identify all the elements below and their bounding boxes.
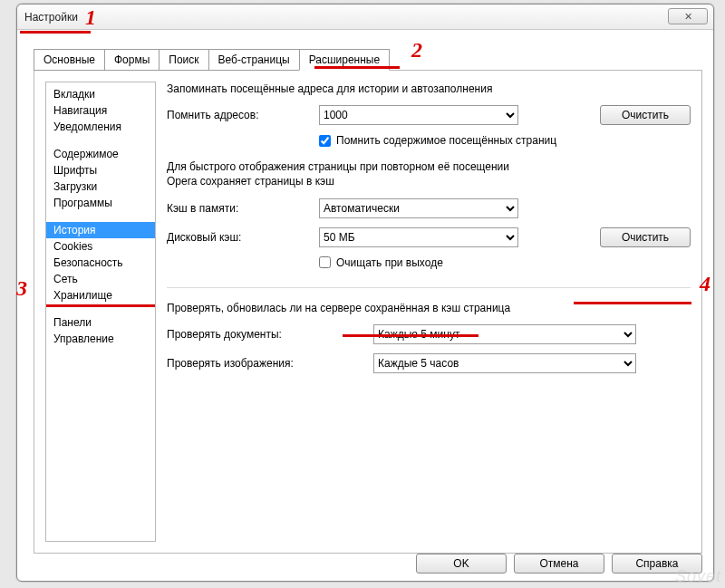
window-title: Настройки [24,11,78,24]
settings-window: Настройки ✕ ОсновныеФормыПоискВеб-страни… [16,4,714,582]
tab-Расширенные[interactable]: Расширенные [299,49,391,71]
tab-Поиск[interactable]: Поиск [159,49,208,71]
disk-cache-label: Дисковый кэш: [167,231,312,244]
sidebar-item-Хранилище[interactable]: Хранилище [46,287,155,304]
check-documents-label: Проверять документы: [167,328,366,341]
sidebar-separator [46,211,155,222]
intro-text: Запоминать посещённые адреса для истории… [167,82,691,96]
cache-explanation: Для быстрого отображения страницы при по… [167,159,691,188]
history-settings-pane: Запоминать посещённые адреса для истории… [167,82,691,542]
tab-Формы[interactable]: Формы [104,49,160,71]
sidebar-item-Сеть[interactable]: Сеть [46,271,155,287]
sidebar-item-Вкладки[interactable]: Вкладки [46,86,155,102]
check-server-text: Проверять, обновилась ли на сервере сохр… [167,301,691,315]
remember-addresses-label: Помнить адресов: [167,109,312,121]
disk-cache-select[interactable]: 50 МБ [319,227,518,247]
remember-addresses-select[interactable]: 1000 [319,105,518,125]
close-button[interactable]: ✕ [668,8,708,24]
sidebar-item-Уведомления[interactable]: Уведомления [46,119,155,135]
section-divider [167,287,691,288]
remember-content-label[interactable]: Помнить содержимое посещённых страниц [336,134,556,147]
sidebar-item-Управление[interactable]: Управление [46,331,155,347]
help-button[interactable]: Справка [612,554,702,574]
titlebar: Настройки ✕ [17,5,713,30]
memory-cache-select[interactable]: Автоматически [319,198,518,218]
sidebar-item-Безопасность[interactable]: Безопасность [46,255,155,271]
cancel-button[interactable]: Отмена [514,554,604,574]
clear-on-exit-checkbox[interactable] [319,256,331,268]
clear-on-exit-label[interactable]: Очищать при выходе [336,256,443,269]
close-icon: ✕ [684,11,692,23]
sidebar-item-Панели[interactable]: Панели [46,314,155,331]
clear-disk-cache-button[interactable]: Очистить [600,227,691,247]
sidebar-item-Содержимое[interactable]: Содержимое [46,146,155,162]
ok-button[interactable]: OK [416,554,507,574]
sidebar-separator [46,304,155,314]
remember-content-checkbox[interactable] [319,135,331,147]
check-documents-select[interactable]: Каждые 5 минут [373,324,636,344]
tab-panel-advanced: ВкладкиНавигацияУведомленияСодержимоеШри… [34,70,702,554]
tab-Веб-страницы[interactable]: Веб-страницы [208,49,300,71]
clear-history-button[interactable]: Очистить [600,105,691,125]
memory-cache-label: Кэш в памяти: [167,202,312,215]
check-images-select[interactable]: Каждые 5 часов [373,353,636,373]
sidebar-separator [46,135,155,146]
sidebar-item-Загрузки[interactable]: Загрузки [46,178,155,195]
tab-Основные[interactable]: Основные [34,49,105,71]
check-images-label: Проверять изображения: [167,357,366,370]
sidebar-item-Программы[interactable]: Программы [46,195,155,211]
advanced-sidebar: ВкладкиНавигацияУведомленияСодержимоеШри… [45,82,156,542]
sidebar-item-История[interactable]: История [46,222,155,238]
sidebar-item-Навигация[interactable]: Навигация [46,102,155,119]
sidebar-item-Cookies[interactable]: Cookies [46,238,155,255]
sidebar-item-Шрифты[interactable]: Шрифты [46,162,155,178]
